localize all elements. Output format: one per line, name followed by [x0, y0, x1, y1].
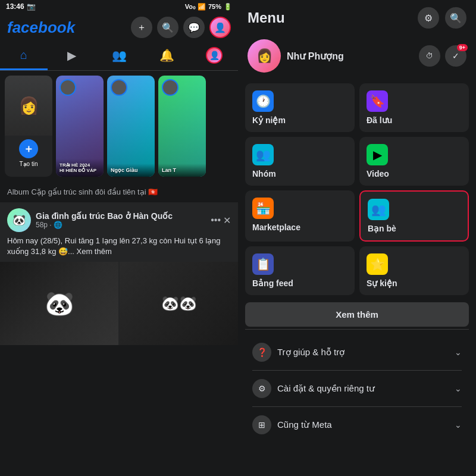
ban-be-icon: 👥	[368, 199, 389, 220]
menu-item-ban-be[interactable]: 👥 Bạn bè	[359, 190, 469, 242]
post-actions: ••• ✕	[211, 215, 231, 226]
feed-area: 👩 ＋ Tạo tin TRẠI HÈ 2024HI HIÊN ĐỎ VÁP	[0, 71, 238, 476]
messenger-button[interactable]: 💬	[183, 17, 205, 38]
nhom-icon: 👥	[252, 144, 274, 165]
help-section[interactable]: ❓ Trợ giúp & hỗ trợ ⌄	[245, 334, 469, 370]
story-item[interactable]: Ngọc Giàu	[107, 76, 155, 177]
panda-image-1: 🐼	[0, 262, 118, 345]
story-label: TRẠI HÈ 2024HI HIÊN ĐỎ VÁP	[60, 162, 100, 173]
meta-section[interactable]: ⊞ Cũng từ Meta ⌄	[245, 407, 469, 443]
profile-row[interactable]: 👩 Như Phượng ⏱ ✓ 9+	[238, 33, 476, 79]
ky-niem-label: Kỷ niệm	[252, 115, 347, 125]
menu-item-ky-niem[interactable]: 🕐 Kỷ niệm	[245, 83, 355, 132]
post-username: Gia đình gấu trúc Bao ở Hàn Quốc	[36, 211, 173, 221]
tab-notifications[interactable]: 🔔	[143, 42, 190, 70]
see-more-button[interactable]: Xem thêm	[245, 302, 469, 327]
search-button[interactable]: 🔍	[157, 17, 178, 38]
status-bar: 13:46 📷 Vo₀ 📶 75% 🔋	[0, 0, 238, 13]
settings-icon: ⚙	[252, 379, 271, 398]
tab-video[interactable]: ▶	[48, 42, 95, 70]
post-images: 🐼 🐼🐼	[0, 262, 238, 345]
da-luu-icon: 🔖	[367, 90, 388, 112]
story-item[interactable]: Lan T	[158, 76, 206, 177]
help-chevron-icon: ⌄	[455, 347, 462, 357]
stories-section: 👩 ＋ Tạo tin TRẠI HÈ 2024HI HIÊN ĐỎ VÁP	[0, 71, 238, 184]
video-label: Video	[367, 169, 462, 178]
ky-niem-icon: 🕐	[252, 90, 274, 112]
ban-be-label: Bạn bè	[368, 224, 461, 233]
bang-feed-icon: 📋	[252, 253, 274, 275]
menu-item-marketplace[interactable]: 🏪 Marketplace	[245, 190, 355, 242]
post-user-info: 🐼 Gia đình gấu trúc Bao ở Hàn Quốc 58p ·…	[7, 208, 173, 232]
menu-item-video[interactable]: ▶ Video	[359, 137, 469, 186]
notification-badge: 9+	[457, 44, 468, 51]
profile-actions: ⏱ ✓ 9+	[419, 45, 466, 67]
story-create[interactable]: 👩 ＋ Tạo tin	[5, 76, 52, 177]
post-avatar: 🐼	[7, 208, 31, 232]
menu-settings-button[interactable]: ⚙	[418, 7, 439, 29]
add-button[interactable]: ＋	[131, 17, 152, 38]
menu-sections: ❓ Trợ giúp & hỗ trợ ⌄ ⚙ Cài đặt & quyền …	[238, 330, 476, 447]
settings-label: Cài đặt & quyền riêng tư	[277, 383, 375, 394]
menu-item-da-luu[interactable]: 🔖 Đã lưu	[359, 83, 469, 132]
story-avatar	[111, 79, 127, 96]
help-icon: ❓	[252, 343, 271, 362]
profile-check-button[interactable]: ✓ 9+	[445, 45, 466, 67]
tab-people[interactable]: 👥	[95, 42, 143, 70]
menu-item-bang-feed[interactable]: 📋 Bảng feed	[245, 246, 355, 295]
settings-section[interactable]: ⚙ Cài đặt & quyền riêng tư ⌄	[245, 371, 469, 406]
menu-title: Menu	[248, 10, 285, 26]
story-label: Lan T	[162, 167, 202, 173]
left-header: facebook ＋ 🔍 💬 👤	[0, 13, 238, 42]
left-panel: 13:46 📷 Vo₀ 📶 75% 🔋 facebook ＋ 🔍 💬 👤 ⌂ ▶…	[0, 0, 238, 476]
profile-avatar-header[interactable]: 👤	[209, 17, 231, 38]
header-icons: ＋ 🔍 💬 👤	[131, 17, 231, 38]
su-kien-icon: ⭐	[367, 253, 388, 275]
video-icon: ▶	[367, 144, 388, 165]
story-timer-button[interactable]: ⏱	[419, 45, 440, 67]
facebook-logo: facebook	[7, 18, 75, 37]
settings-chevron-icon: ⌄	[455, 384, 462, 393]
status-time: 13:46 📷	[6, 2, 36, 11]
album-label: Album Cặp gấu trúc sinh đôi đầu tiên tại…	[0, 184, 238, 200]
nav-tabs: ⌂ ▶ 👥 🔔 👤	[0, 42, 238, 71]
menu-header-icons: ⚙ 🔍	[418, 7, 466, 29]
story-label: Ngọc Giàu	[111, 167, 151, 173]
post-content: Hôm nay (28/5), Rui tăng 1 lạng lên 27,3…	[0, 236, 238, 262]
menu-search-button[interactable]: 🔍	[445, 7, 466, 29]
menu-item-su-kien[interactable]: ⭐ Sự kiện	[359, 246, 469, 295]
marketplace-icon: 🏪	[252, 198, 274, 219]
post-more-icon[interactable]: •••	[211, 215, 221, 226]
menu-item-nhom[interactable]: 👥 Nhóm	[245, 137, 355, 186]
menu-header: Menu ⚙ 🔍	[238, 0, 476, 33]
nhom-label: Nhóm	[252, 169, 347, 178]
tab-profile[interactable]: 👤	[190, 42, 238, 70]
profile-name: Như Phượng	[287, 51, 413, 62]
post-card: 🐼 Gia đình gấu trúc Bao ở Hàn Quốc 58p ·…	[0, 202, 238, 345]
story-avatar	[162, 79, 178, 96]
da-luu-label: Đã lưu	[367, 115, 462, 125]
profile-avatar: 👩	[248, 39, 281, 73]
help-label: Trợ giúp & hỗ trợ	[277, 347, 345, 358]
post-meta: 58p · 🌐	[36, 221, 173, 229]
meta-label: Cũng từ Meta	[277, 419, 332, 430]
su-kien-label: Sự kiện	[367, 278, 462, 288]
menu-grid: 🕐 Kỷ niệm 🔖 Đã lưu 👥 Nhóm ▶ Video 🏪 Mark…	[238, 79, 476, 300]
meta-chevron-icon: ⌄	[455, 420, 462, 430]
story-avatar	[60, 79, 76, 96]
post-header: 🐼 Gia đình gấu trúc Bao ở Hàn Quốc 58p ·…	[0, 202, 238, 236]
status-icons: Vo₀ 📶 75% 🔋	[185, 3, 232, 11]
create-story-label: Tạo tin	[19, 161, 38, 167]
marketplace-label: Marketplace	[252, 223, 347, 232]
tab-home[interactable]: ⌂	[0, 42, 48, 70]
post-close-icon[interactable]: ✕	[223, 215, 231, 226]
meta-icon: ⊞	[252, 415, 271, 434]
story-item[interactable]: TRẠI HÈ 2024HI HIÊN ĐỎ VÁP	[56, 76, 104, 177]
panda-image-2: 🐼🐼	[120, 262, 238, 345]
bang-feed-label: Bảng feed	[252, 278, 347, 288]
create-story-icon: ＋	[19, 139, 38, 158]
right-panel: Menu ⚙ 🔍 👩 Như Phượng ⏱ ✓ 9+ 🕐 Kỷ niệm 🔖	[238, 0, 476, 476]
